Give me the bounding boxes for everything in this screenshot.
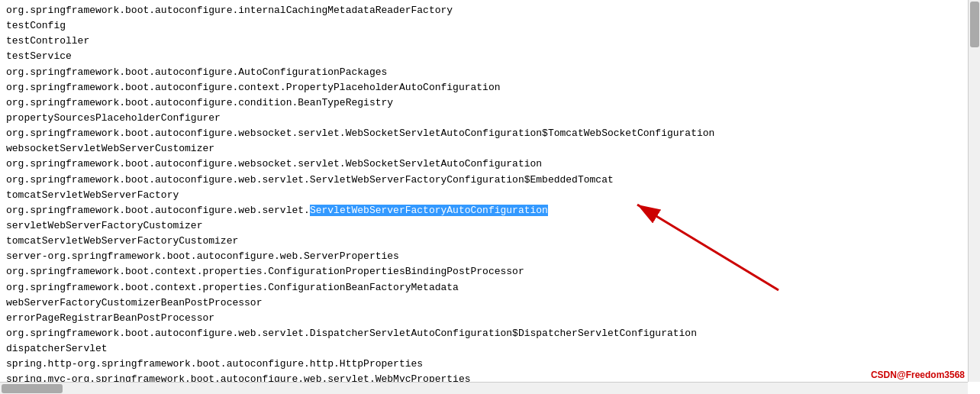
code-line: org.springframework.boot.context.propert…: [6, 280, 962, 296]
horizontal-scrollbar-thumb[interactable]: [2, 384, 63, 393]
code-line: org.springframework.boot.autoconfigure.w…: [6, 126, 962, 141]
code-line: org.springframework.boot.autoconfigure.w…: [6, 203, 962, 218]
code-line: spring.mvc-org.springframework.boot.auto…: [6, 372, 962, 382]
code-line: tomcatServletWebServerFactoryCustomizer: [6, 234, 962, 249]
code-area: org.springframework.boot.autoconfigure.i…: [0, 0, 968, 382]
code-line: org.springframework.boot.autoconfigure.A…: [6, 65, 962, 80]
highlighted-text: ServletWebServerFactoryAutoConfiguration: [310, 205, 548, 216]
code-line: org.springframework.boot.autoconfigure.i…: [6, 3, 962, 18]
code-line: testController: [6, 34, 962, 49]
code-line: tomcatServletWebServerFactory: [6, 188, 962, 203]
code-line: org.springframework.boot.autoconfigure.c…: [6, 95, 962, 111]
code-line: spring.http-org.springframework.boot.aut…: [6, 357, 962, 372]
code-line: errorPageRegistrarBeanPostProcessor: [6, 311, 962, 326]
code-line: org.springframework.boot.autoconfigure.w…: [6, 326, 962, 341]
watermark: CSDN@Freedom3568: [871, 370, 965, 380]
vertical-scrollbar[interactable]: [968, 0, 980, 382]
main-container: org.springframework.boot.autoconfigure.i…: [0, 0, 980, 394]
code-line: org.springframework.boot.context.propert…: [6, 264, 962, 279]
code-line: websocketServletWebServerCustomizer: [6, 141, 962, 157]
code-line: org.springframework.boot.autoconfigure.c…: [6, 80, 962, 95]
code-line: testConfig: [6, 18, 962, 34]
code-line: org.springframework.boot.autoconfigure.w…: [6, 173, 962, 188]
code-line: dispatcherServlet: [6, 341, 962, 357]
code-line: webServerFactoryCustomizerBeanPostProces…: [6, 296, 962, 311]
code-line: org.springframework.boot.autoconfigure.w…: [6, 157, 962, 172]
code-line: testService: [6, 49, 962, 64]
code-line: server-org.springframework.boot.autoconf…: [6, 249, 962, 264]
horizontal-scrollbar[interactable]: [0, 382, 968, 394]
code-line: servletWebServerFactoryCustomizer: [6, 218, 962, 234]
code-line: propertySourcesPlaceholderConfigurer: [6, 111, 962, 126]
vertical-scrollbar-thumb[interactable]: [970, 2, 979, 47]
